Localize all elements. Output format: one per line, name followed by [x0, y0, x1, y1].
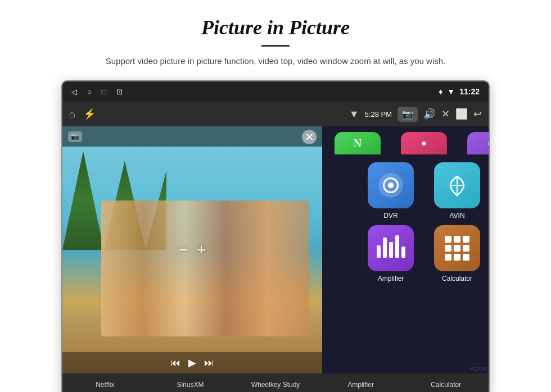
bottom-label-siriusxm: SiriusXM	[148, 381, 233, 389]
scene-people	[101, 200, 309, 336]
volume-icon[interactable]: 🔊	[423, 108, 436, 120]
toolbar-right: ▼ 5:28 PM 📷 🔊 ✕ ⬜ ↩	[349, 107, 482, 122]
app-grid-section: N ● ○	[322, 126, 490, 373]
app-siriusxm-icon[interactable]: ●	[401, 132, 447, 154]
bottom-label-amplifier: Amplifier	[318, 381, 404, 389]
screenshot-icon[interactable]: ⊡	[116, 88, 123, 96]
bottom-label-calculator: Calculator	[403, 381, 489, 389]
toolbar-time: 5:28 PM	[365, 110, 392, 118]
close-icon[interactable]: ✕	[441, 108, 450, 120]
usb-icon[interactable]: ⚡	[83, 108, 96, 120]
back-nav-icon[interactable]: ◁	[71, 88, 77, 96]
avin-svg	[445, 173, 469, 198]
title-divider	[261, 45, 290, 47]
toolbar-wifi-icon: ▼	[349, 108, 359, 120]
app-wheelkey-icon[interactable]: ○	[467, 132, 490, 154]
status-bar-right: ♦ ▼ 11:22	[439, 87, 480, 96]
status-time: 11:22	[459, 87, 480, 96]
status-bar: ◁ ○ □ ⊡ ♦ ▼ 11:22	[62, 81, 489, 102]
wifi-signal-icon: ▼	[447, 87, 455, 96]
home-nav-icon[interactable]: ○	[87, 88, 92, 96]
app-amplifier-icon[interactable]	[368, 225, 414, 271]
app-row-3: Amplifier	[327, 225, 490, 282]
app-dvr-icon[interactable]	[368, 162, 414, 208]
app-row-2: DVR AVIN	[327, 162, 490, 220]
app-siriusxm-wrap: ●	[393, 132, 455, 160]
app-dvr-label: DVR	[383, 212, 398, 220]
recents-nav-icon[interactable]: □	[102, 88, 106, 96]
camera-button[interactable]: 📷	[398, 107, 418, 122]
app-avin-icon[interactable]	[434, 162, 480, 208]
app-toolbar: ⌂ ⚡ ▼ 5:28 PM 📷 🔊 ✕ ⬜ ↩	[62, 102, 489, 126]
app-wheelkey-wrap: ○	[459, 132, 490, 160]
window-icon[interactable]: ⬜	[455, 108, 468, 120]
app-netflix-wrap: N	[327, 132, 389, 160]
app-avin-wrap: AVIN	[426, 162, 488, 220]
bottom-label-row: Netflix SiriusXM Wheelkey Study Amplifie…	[62, 373, 489, 392]
app-avin-label: AVIN	[449, 212, 464, 220]
home-icon[interactable]: ⌂	[69, 108, 75, 120]
device-frame: ◁ ○ □ ⊡ ♦ ▼ 11:22 ⌂ ⚡ ▼ 5:28 PM 📷 🔊 ✕ ⬜ …	[61, 80, 490, 392]
app-dvr-wrap: DVR	[360, 162, 422, 220]
back-icon[interactable]: ↩	[473, 108, 482, 120]
toolbar-left: ⌂ ⚡	[69, 108, 96, 120]
app-calculator-label: Calculator	[442, 275, 472, 282]
status-bar-left: ◁ ○ □ ⊡	[71, 88, 123, 96]
app-row-partial: N ● ○	[327, 132, 490, 160]
video-section: 📷 ✕ − + ⏮ ▶ ⏭	[62, 126, 322, 373]
app-amplifier-label: Amplifier	[378, 275, 404, 282]
app-netflix-icon[interactable]: N	[335, 132, 381, 154]
bottom-label-netflix: Netflix	[62, 381, 148, 389]
video-background	[62, 126, 322, 373]
app-amplifier-wrap: Amplifier	[360, 225, 422, 282]
location-icon: ♦	[439, 87, 442, 96]
watermark: YC228	[467, 365, 489, 373]
app-calculator-wrap: Calculator	[426, 225, 488, 282]
main-content: 📷 ✕ − + ⏮ ▶ ⏭	[62, 126, 489, 373]
bottom-label-wheelkey: Wheelkey Study	[233, 381, 318, 389]
page-title: Picture in Picture	[0, 0, 551, 39]
app-calculator-icon[interactable]	[434, 225, 480, 271]
subtitle: Support video picture in picture functio…	[79, 54, 472, 68]
